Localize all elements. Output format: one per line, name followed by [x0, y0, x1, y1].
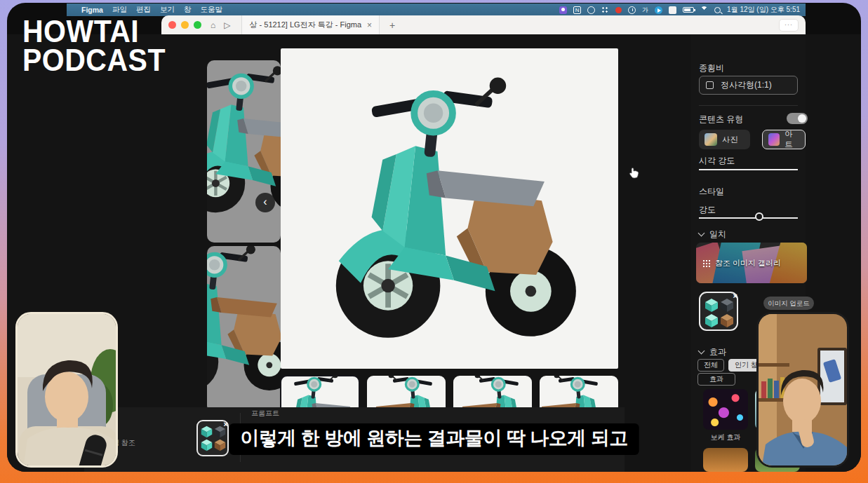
battery-icon[interactable]	[683, 7, 694, 13]
strength-slider-knob[interactable]	[755, 212, 763, 221]
app-canvas-area: ‹ 스타일 참조 × 프롬프트 mint bump	[7, 34, 861, 472]
notion-icon[interactable]: N	[573, 6, 581, 14]
wifi-icon[interactable]	[700, 6, 708, 14]
scooter-image	[300, 61, 602, 362]
result-thumbnail-bottom[interactable]	[207, 246, 281, 413]
square-ratio-icon	[706, 81, 714, 89]
input-language-icon[interactable]: 가	[642, 6, 648, 15]
remove-style-ref-icon[interactable]: ×	[224, 420, 228, 428]
effects-section-header[interactable]: 효과	[699, 346, 726, 358]
logo-line-1: HOWTAI	[22, 17, 166, 46]
macos-menubar: Figma 파일 편집 보기 창 도움말 N 가 1월 12일 (일) 오후 5…	[67, 4, 806, 16]
photo-thumb-icon	[705, 133, 717, 146]
home-icon[interactable]: ⌂	[211, 20, 215, 30]
grid-status-icon[interactable]	[601, 6, 609, 14]
reference-gallery-banner[interactable]: 참조 이미지 갤러리	[696, 243, 807, 283]
panel-separator	[699, 105, 798, 106]
aspect-ratio-label: 종횡비	[699, 62, 724, 74]
chevron-down-icon	[698, 230, 705, 237]
match-label: 일치	[709, 229, 726, 239]
reference-image-thumbnail[interactable]: ×	[699, 292, 738, 331]
window-status-icon[interactable]	[669, 6, 676, 14]
visual-intensity-underline	[699, 169, 798, 170]
clock-status-icon[interactable]	[628, 6, 636, 14]
webcam-host-left	[15, 312, 118, 468]
gallery-label: 참조 이미지 갤러리	[715, 258, 781, 268]
user-badge-icon[interactable]	[559, 6, 567, 14]
match-section-header[interactable]: 일치	[699, 229, 726, 240]
content-type-photo-button[interactable]: 사진	[699, 130, 750, 149]
subtitle-caption: 이렇게 한 방에 원하는 결과물이 딱 나오게 되고	[229, 423, 639, 455]
browser-more-button[interactable]: ···	[779, 19, 799, 32]
menu-help[interactable]: 도움말	[200, 5, 222, 15]
new-tab-button[interactable]: +	[389, 20, 395, 31]
remove-reference-icon[interactable]: ×	[733, 292, 737, 300]
style-label: 스타일	[699, 186, 724, 198]
aspect-ratio-value: 정사각형(1:1)	[721, 79, 772, 91]
podcast-logo: HOWTAI PODCAST	[22, 17, 166, 74]
effect-thumbnail-partial[interactable]	[703, 448, 748, 472]
result-thumbnail-top[interactable]	[207, 60, 281, 243]
zoom-window-button[interactable]	[194, 21, 201, 29]
effects-label: 효과	[709, 347, 726, 357]
video-frame: Figma 파일 편집 보기 창 도움말 N 가 1월 12일 (일) 오후 5…	[7, 3, 861, 472]
close-window-button[interactable]	[168, 21, 176, 29]
effect-bokeh-thumbnail[interactable]	[703, 389, 748, 430]
art-button-label: 아트	[784, 129, 799, 150]
mouse-cursor-hand	[629, 167, 639, 182]
photo-button-label: 사진	[722, 135, 738, 145]
webcam-host-right	[756, 312, 849, 468]
effect-bokeh-label: 보케 효과	[703, 433, 748, 442]
generated-image-canvas	[281, 48, 618, 369]
chevron-down-icon	[698, 348, 705, 355]
menubar-clock[interactable]: 1월 12일 (일) 오후 5:51	[727, 5, 800, 15]
record-icon[interactable]	[615, 7, 622, 13]
browser-tabbar: ⌂ ▷ 상 - 51212] LG전자 특강 - Figma × + ···	[161, 15, 806, 34]
aspect-ratio-dropdown[interactable]: 정사각형(1:1)	[699, 76, 798, 95]
strength-label: 강도	[699, 204, 716, 216]
menubar-app-name[interactable]: Figma	[81, 6, 103, 14]
menu-window[interactable]: 창	[184, 5, 192, 15]
tab-title: 상 - 51212] LG전자 특강 - Figma	[249, 20, 361, 30]
grid-icon	[702, 259, 710, 267]
telegram-icon[interactable]	[655, 6, 662, 14]
content-type-label: 콘텐츠 유형	[699, 114, 743, 125]
art-thumb-icon	[768, 133, 780, 146]
menubar-status-area: N 가 1월 12일 (일) 오후 5:51	[559, 5, 800, 15]
prompt-label: 프롬프트	[251, 409, 279, 419]
strength-slider-track[interactable]	[699, 217, 798, 219]
menu-view[interactable]: 보기	[160, 5, 175, 15]
site-play-icon: ▷	[224, 20, 230, 30]
effects-filter-effect[interactable]: 효과	[697, 373, 735, 386]
tab-close-icon[interactable]: ×	[367, 20, 372, 30]
visual-intensity-label: 시각 강도	[699, 155, 735, 167]
style-ref-thumbnail[interactable]: ×	[196, 420, 229, 456]
content-type-art-button[interactable]: 아트	[762, 130, 806, 149]
prev-image-button[interactable]: ‹	[255, 193, 275, 212]
minimize-window-button[interactable]	[181, 21, 189, 29]
content-type-toggle[interactable]	[787, 113, 808, 124]
globe-icon[interactable]	[587, 6, 595, 14]
image-upload-button[interactable]: 이미지 업로드	[763, 297, 814, 310]
logo-line-2: PODCAST	[22, 46, 166, 74]
spotlight-search-icon[interactable]	[714, 7, 721, 13]
browser-tab[interactable]: 상 - 51212] LG전자 특강 - Figma ×	[241, 15, 380, 34]
effects-filter-all[interactable]: 전체	[697, 359, 724, 372]
